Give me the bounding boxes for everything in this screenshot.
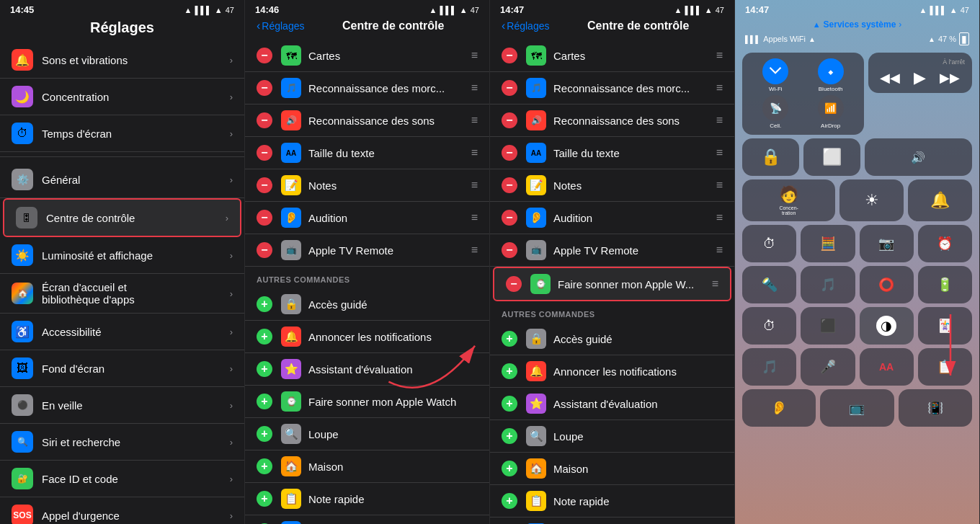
bluetooth-toggle[interactable]: ⬥ Bluetooth	[804, 58, 856, 92]
remove-cartes-2[interactable]: −	[502, 48, 517, 63]
add-annoncer-1[interactable]: +	[257, 329, 272, 345]
cc-item-recon-sons-1[interactable]: − 🔊 Reconnaissance des sons ≡	[245, 105, 489, 137]
qr-btn[interactable]: ⬛	[801, 307, 855, 345]
screen-rec-btn[interactable]: ⭕	[860, 266, 914, 303]
cc-item-annoncer-2[interactable]: + 🔔 Annoncer les notifications	[490, 355, 734, 388]
calc-btn[interactable]: 🧮	[801, 225, 855, 262]
darkmode-btn[interactable]: ◑	[860, 307, 914, 345]
cc-item-taille-2[interactable]: − AA Taille du texte ≡	[490, 137, 734, 169]
remove-cartes-1[interactable]: −	[257, 48, 272, 63]
battery-btn[interactable]: 🔋	[918, 266, 972, 303]
torch-btn[interactable]: 🔦	[742, 266, 796, 303]
cc-item-cartes-1[interactable]: − 🗺 Cartes ≡	[245, 40, 489, 72]
mute-btn[interactable]: 🔔	[908, 179, 972, 221]
remove-recon-morc-2[interactable]: −	[502, 80, 517, 96]
add-annoncer-2[interactable]: +	[502, 363, 517, 379]
settings-item-veille[interactable]: ⚫ En veille ›	[0, 387, 244, 424]
remove-audition-2[interactable]: −	[502, 210, 517, 226]
voice-btn[interactable]: 🎤	[801, 348, 855, 386]
cc-item-appletv-2[interactable]: − 📺 Apple TV Remote ≡	[490, 234, 734, 267]
add-maison-2[interactable]: +	[502, 461, 517, 476]
cc-item-recon-morc-2[interactable]: − 🎵 Reconnaissance des morc... ≡	[490, 72, 734, 105]
settings-item-luminosite[interactable]: ☀️ Luminosité et affichage ›	[0, 237, 244, 274]
camera-btn[interactable]: 📷	[860, 225, 914, 262]
wifi-toggle[interactable]: Wi-Fi	[749, 58, 801, 92]
add-assistant-2[interactable]: +	[502, 396, 517, 412]
cc-item-acces-1[interactable]: + 🔒 Accès guidé	[245, 288, 489, 321]
cartes-drag-1[interactable]: ≡	[471, 49, 478, 62]
add-note-rapide-2[interactable]: +	[502, 493, 517, 509]
media-next-btn[interactable]: ▶▶	[940, 70, 960, 86]
remove-appletv-1[interactable]: −	[257, 242, 272, 258]
recon-morc-drag-1[interactable]: ≡	[471, 81, 478, 94]
add-loupe-1[interactable]: +	[257, 426, 272, 442]
remove-recon-sons-1[interactable]: −	[257, 112, 272, 128]
settings-item-general[interactable]: ⚙️ Général ›	[0, 161, 244, 198]
shazam-btn[interactable]: 🎵	[742, 348, 796, 386]
appletv-drag-1[interactable]: ≡	[471, 244, 478, 257]
recon-morc-drag-2[interactable]: ≡	[716, 81, 723, 94]
add-acces-1[interactable]: +	[257, 296, 272, 312]
taille-drag-1[interactable]: ≡	[471, 146, 478, 159]
settings-item-sons[interactable]: 🔔 Sons et vibrations ›	[0, 42, 244, 79]
cc-item-annoncer-1[interactable]: + 🔔 Annoncer les notifications	[245, 321, 489, 353]
add-acces-2[interactable]: +	[502, 331, 517, 347]
cc-item-notes-1[interactable]: − 📝 Notes ≡	[245, 169, 489, 202]
timer-btn[interactable]: ⏱	[742, 225, 796, 262]
alarm-btn[interactable]: ⏰	[918, 225, 972, 262]
settings-item-siri[interactable]: 🔍 Siri et recherche ›	[0, 424, 244, 461]
cc-item-recon-morc-1[interactable]: − 🎵 Reconnaissance des morc... ≡	[245, 72, 489, 105]
cc-item-audition-1[interactable]: − 👂 Audition ≡	[245, 202, 489, 234]
remove-recon-morc-1[interactable]: −	[257, 80, 272, 96]
cc-item-appletv-1[interactable]: − 📺 Apple TV Remote ≡	[245, 234, 489, 267]
remove-appletv-2[interactable]: −	[502, 242, 517, 258]
add-note-rapide-1[interactable]: +	[257, 491, 272, 507]
recon-sons-drag-1[interactable]: ≡	[471, 114, 478, 127]
sound-rec-btn[interactable]: 🎵	[801, 266, 855, 303]
taille-drag-2[interactable]: ≡	[716, 146, 723, 159]
cc-item-notes-2[interactable]: − 📝 Notes ≡	[490, 169, 734, 202]
brightness-btn[interactable]: ☀	[839, 179, 904, 221]
add-maison-1[interactable]: +	[257, 458, 272, 474]
settings-item-urgence[interactable]: SOS Appel d'urgence ›	[0, 497, 244, 524]
remove-taille-1[interactable]: −	[257, 145, 272, 161]
back-button-1[interactable]: ‹ Réglages	[257, 19, 304, 32]
faire-sonner-drag-2[interactable]: ≡	[712, 277, 718, 290]
services-system-label[interactable]: Services système	[824, 19, 896, 30]
audition-drag-2[interactable]: ≡	[716, 211, 723, 224]
add-faire-sonner-1[interactable]: +	[257, 394, 272, 409]
settings-item-ecran[interactable]: 🏠 Écran d'accueil et bibliothèque d'apps…	[0, 274, 244, 314]
cc-item-audition-2[interactable]: − 👂 Audition ≡	[490, 202, 734, 234]
cc-item-raccourcis-2[interactable]: + ♿ Raccourcis d'accessibilité	[490, 518, 734, 524]
settings-item-temps[interactable]: ⏱ Temps d'écran ›	[0, 115, 244, 152]
mirror-btn[interactable]: ⬜	[803, 138, 860, 176]
settings-item-concentration[interactable]: 🌙 Concentration ›	[0, 79, 244, 115]
remove-recon-sons-2[interactable]: −	[502, 112, 517, 128]
cc-item-taille-1[interactable]: − AA Taille du texte ≡	[245, 137, 489, 169]
cc-item-faire-sonner-2[interactable]: − ⌚ Faire sonner mon Apple W... ≡	[493, 267, 731, 301]
stopwatch-btn[interactable]: ⏱	[742, 307, 796, 345]
cc-item-faire-sonner-1[interactable]: + ⌚ Faire sonner mon Apple Watch	[245, 386, 489, 418]
cellular-toggle[interactable]: 📡 Cell.	[749, 95, 801, 129]
cc-item-cartes-2[interactable]: − 🗺 Cartes ≡	[490, 40, 734, 72]
cc-item-assistant-2[interactable]: + ⭐ Assistant d'évaluation	[490, 388, 734, 420]
airdrop-toggle[interactable]: 📶 AirDrop	[804, 95, 856, 129]
remote-btn[interactable]: 📺	[820, 389, 894, 427]
settings-item-fond[interactable]: 🖼 Fond d'écran ›	[0, 350, 244, 387]
cc-item-loupe-1[interactable]: + 🔍 Loupe	[245, 418, 489, 450]
cc-item-maison-1[interactable]: + 🏠 Maison	[245, 450, 489, 483]
concentration-btn[interactable]: 🧑 Concen-tration	[742, 179, 835, 221]
cc-item-acces-2[interactable]: + 🔒 Accès guidé	[490, 323, 734, 355]
remove-notes-2[interactable]: −	[502, 177, 517, 193]
add-loupe-2[interactable]: +	[502, 428, 517, 444]
remove-audition-1[interactable]: −	[257, 210, 272, 226]
cc-item-note-rapide-2[interactable]: + 📋 Note rapide	[490, 485, 734, 518]
cc-item-recon-sons-2[interactable]: − 🔊 Reconnaissance des sons ≡	[490, 105, 734, 137]
media-play-btn[interactable]: ▶	[914, 68, 926, 87]
settings-item-accessibilite[interactable]: ♿ Accessibilité ›	[0, 314, 244, 350]
cc-item-loupe-2[interactable]: + 🔍 Loupe	[490, 420, 734, 453]
media-prev-btn[interactable]: ◀◀	[880, 70, 900, 86]
hearing-btn[interactable]: 👂	[742, 389, 816, 427]
cc-item-raccourcis-1[interactable]: + ♿ Raccourcis d'accessibilité	[245, 515, 489, 524]
textsize-btn[interactable]: AA	[860, 348, 914, 386]
